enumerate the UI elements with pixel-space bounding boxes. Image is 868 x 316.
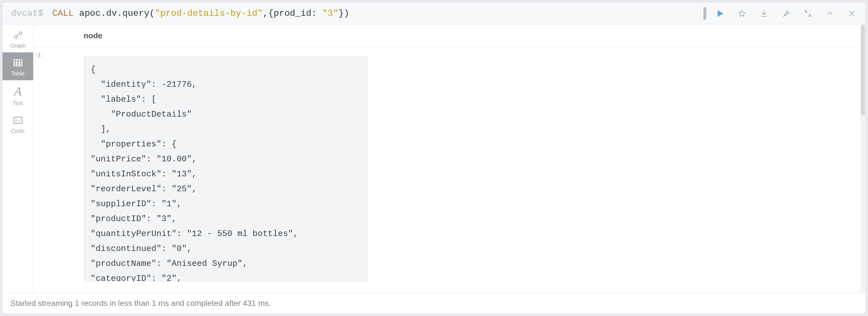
tab-graph-label: Graph [10,42,26,49]
scrollbar-thumb[interactable] [861,25,865,115]
table-icon [12,57,24,68]
query-arg1: "prod-details-by-id" [155,8,263,19]
download-icon [760,9,768,18]
query-arg2-open: {prod_id: [268,8,322,19]
query-arg2-close: } [338,8,344,19]
cursor [704,7,706,20]
expand-icon [804,9,812,18]
node-json-cell[interactable]: { "identity": -21776, "labels": [ "Produ… [84,56,368,282]
tab-code[interactable]: Code [3,110,33,138]
main-row: Graph Table A Text Code node 1 { "identi… [3,25,865,293]
query-prompt: dvcat$ [3,3,48,24]
chevron-up-icon [826,9,834,18]
run-button[interactable] [709,3,731,25]
tab-text-label: Text [13,100,23,107]
close-icon [847,9,856,18]
tab-graph[interactable]: Graph [3,25,33,52]
query-func: apoc.dv.query [79,8,149,19]
pin-button[interactable] [775,3,797,25]
star-icon [738,9,746,18]
row-number: 1 [35,52,43,58]
tab-table[interactable]: Table [3,52,33,80]
svg-point-1 [19,32,22,35]
svg-rect-2 [14,60,22,66]
favorite-button[interactable] [731,3,753,25]
text-icon: A [14,85,22,98]
query-arg2-val: "3" [322,8,339,19]
toolbar [709,3,865,24]
close-button[interactable] [841,3,863,25]
tab-table-label: Table [11,70,25,77]
play-icon [716,9,724,18]
expand-button[interactable] [797,3,819,25]
pin-icon [782,9,790,18]
status-bar: Started streaming 1 records in less than… [3,293,865,313]
tab-code-label: Code [11,128,25,134]
collapse-button[interactable] [819,3,841,25]
view-sidebar: Graph Table A Text Code [3,25,33,293]
query-keyword: CALL [52,8,74,19]
result-frame: dvcat$ CALL apoc.dv.query("prod-details-… [2,2,866,314]
download-button[interactable] [753,3,775,25]
code-icon [12,115,24,125]
cell-wrap: { "identity": -21776, "labels": [ "Produ… [33,47,865,293]
result-pane: node 1 { "identity": -21776, "labels": [… [33,25,865,293]
query-editor[interactable]: CALL apoc.dv.query("prod-details-by-id",… [47,3,704,24]
graph-icon [12,30,24,40]
svg-rect-3 [14,117,22,123]
scrollbar[interactable] [860,25,865,293]
column-header: node [33,25,865,47]
tab-text[interactable]: A Text [3,80,33,110]
query-bar: dvcat$ CALL apoc.dv.query("prod-details-… [3,3,865,25]
